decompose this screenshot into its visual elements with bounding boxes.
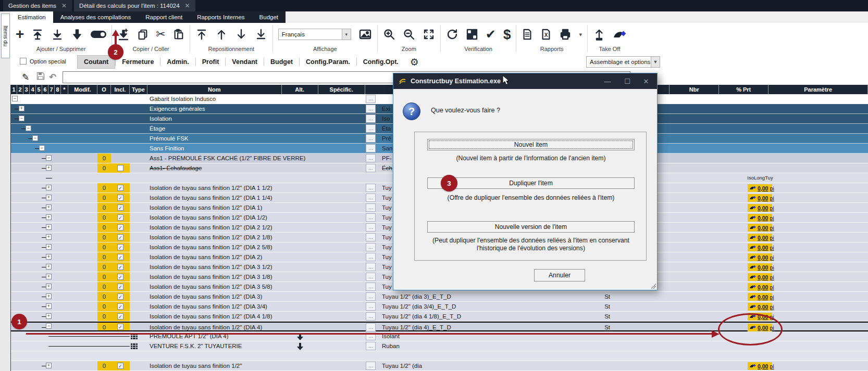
view-chip-config-param-[interactable]: Config.Param.: [300, 56, 356, 68]
specific-value[interactable]: Iso: [382, 114, 390, 123]
o-value-cell[interactable]: 0: [97, 213, 111, 222]
item-name[interactable]: Isolation de tuyau sans finition 1/2" (D…: [150, 272, 272, 282]
o-value-cell[interactable]: 0: [97, 223, 111, 232]
item-name[interactable]: Étage: [150, 124, 165, 133]
o-value-cell[interactable]: 0: [97, 252, 111, 262]
header-parametre[interactable]: Paramètre: [768, 85, 868, 94]
iso-long-tuy-chip[interactable]: 0,00pi: [748, 224, 772, 232]
printer-icon[interactable]: [559, 28, 572, 41]
ellipsis-button[interactable]: ...: [366, 144, 376, 152]
menu-item-budget[interactable]: Budget: [252, 11, 286, 23]
chevron-down-icon[interactable]: ▾: [342, 29, 351, 40]
specific-value[interactable]: San: [382, 144, 392, 153]
view-chip-admin-[interactable]: Admin.: [160, 56, 195, 68]
header-col-7[interactable]: 7: [48, 85, 55, 94]
item-name[interactable]: Sans Finition: [150, 144, 184, 153]
annuler-button[interactable]: Annuler: [534, 269, 585, 282]
iso-long-tuy-chip[interactable]: 0,00pi: [748, 362, 772, 370]
tab-gestion-des-items[interactable]: Gestion des items ✕: [3, 0, 72, 11]
scissors-icon[interactable]: ✂: [156, 29, 165, 40]
item-name[interactable]: Isolation de tuyau sans finition 1/2" (D…: [150, 242, 272, 252]
o-value-cell[interactable]: 0: [97, 262, 111, 272]
param-value[interactable]: 0,00: [758, 264, 768, 271]
header-col-4[interactable]: 4: [30, 85, 36, 94]
plus-icon[interactable]: +: [16, 28, 24, 41]
ellipsis-button[interactable]: ...: [366, 134, 376, 143]
view-chip-vendant[interactable]: Vendant: [226, 56, 264, 68]
header-col-star[interactable]: *: [61, 85, 68, 94]
close-icon[interactable]: ✕: [185, 2, 190, 9]
expand-toggle-icon[interactable]: +: [46, 284, 52, 289]
item-name[interactable]: Ass1 - PRÉMOULÉ FSK CACHÉ (1/2" FIBRE DE…: [150, 153, 305, 163]
header-o[interactable]: O: [97, 85, 111, 94]
expand-toggle-icon[interactable]: +: [46, 264, 52, 270]
o-value-cell[interactable]: 0: [97, 302, 111, 311]
item-name[interactable]: Gabarit Isolation Indusco: [150, 94, 216, 104]
header-modif[interactable]: Modif.: [68, 85, 97, 94]
specific-value[interactable]: PF-: [382, 153, 392, 163]
incl-cell[interactable]: ✓: [111, 302, 130, 311]
save-floppy-icon[interactable]: [36, 72, 45, 83]
item-name[interactable]: Isolation de tuyau sans finition 1/2": [150, 361, 242, 370]
checked-checkbox-icon[interactable]: ✓: [117, 293, 123, 300]
expand-toggle-icon[interactable]: +: [46, 244, 52, 250]
o-value-cell[interactable]: 0: [97, 183, 111, 193]
fit-screen-icon[interactable]: [423, 28, 435, 41]
ellipsis-button[interactable]: ...: [366, 243, 376, 251]
ellipsis-button[interactable]: ...: [366, 213, 376, 222]
specific-value[interactable]: Tuyau 1/2" (dia 4)_E_T_D: [382, 323, 451, 332]
expand-toggle-icon[interactable]: +: [46, 234, 52, 240]
checked-checkbox-icon[interactable]: ✓: [117, 313, 123, 319]
clipboard-icon[interactable]: [173, 29, 184, 40]
header-specific[interactable]: Spécific.: [318, 85, 365, 94]
check-icon[interactable]: ✔: [486, 29, 496, 40]
param-value[interactable]: 0,00: [758, 274, 768, 280]
incl-cell[interactable]: ✓: [111, 223, 130, 232]
incl-cell[interactable]: [111, 163, 130, 173]
checked-checkbox-icon[interactable]: ✓: [117, 195, 123, 201]
item-name[interactable]: Prémoulé FSK: [150, 134, 189, 143]
collapse-toggle-icon[interactable]: −: [46, 155, 52, 161]
header-col-2[interactable]: 2: [17, 85, 23, 94]
ellipsis-button[interactable]: ...: [366, 194, 376, 202]
arrow-bottom-icon[interactable]: [255, 28, 267, 41]
arrow-down-thick-icon[interactable]: [71, 28, 83, 41]
arrow-top-icon[interactable]: [195, 28, 208, 41]
incl-cell[interactable]: ✓: [111, 282, 130, 291]
expand-toggle-icon[interactable]: +: [46, 204, 52, 210]
tab-detail-calculs[interactable]: Détail des calculs pour l'item : 114024 …: [74, 0, 195, 11]
iso-long-tuy-chip[interactable]: 0,00pi: [748, 194, 772, 202]
table-row[interactable]: +0✓Isolation de tuyau sans finition 1/2"…: [11, 361, 868, 371]
close-icon[interactable]: ✕: [637, 73, 655, 89]
item-name[interactable]: Isolation de tuyau sans finition 1/2" (D…: [150, 302, 267, 311]
specific-value[interactable]: Tuy: [382, 282, 392, 291]
incl-cell[interactable]: ✓: [111, 252, 130, 262]
arrow-down-icon[interactable]: [235, 28, 247, 41]
header-col-3[interactable]: 3: [23, 85, 30, 94]
toggle-icon[interactable]: [91, 31, 106, 38]
checked-checkbox-icon[interactable]: ✓: [117, 303, 123, 310]
specific-value[interactable]: Tuyau 1/2" (dia 3/4)_E_T_D: [382, 302, 456, 311]
expand-toggle-icon[interactable]: +: [46, 224, 52, 230]
item-name[interactable]: Exigences générales: [150, 104, 205, 113]
resize-grip[interactable]: [651, 284, 656, 289]
o-value-cell[interactable]: 0: [97, 323, 111, 330]
collapse-toggle-icon[interactable]: −: [32, 135, 38, 141]
item-name[interactable]: Isolation de tuyau sans finition 1/2" (D…: [150, 213, 267, 222]
view-chip-fermeture[interactable]: Fermeture: [116, 56, 160, 68]
view-chip-budget[interactable]: Budget: [264, 56, 299, 68]
excel-icon[interactable]: X: [540, 28, 552, 41]
o-value-cell[interactable]: 0: [97, 361, 111, 370]
incl-cell[interactable]: ✓: [111, 242, 130, 252]
o-value-cell[interactable]: 0: [97, 163, 111, 173]
param-value[interactable]: 0,00: [758, 215, 768, 221]
specific-value[interactable]: Tuy: [382, 262, 392, 272]
specific-value[interactable]: Tuyau 1/2" (dia 4 1/8)_E_T_D: [382, 312, 461, 321]
specific-value[interactable]: Tuy: [382, 272, 392, 282]
expand-toggle-icon[interactable]: +: [46, 214, 52, 220]
item-name[interactable]: Isolation de tuyau sans finition 1/2" (D…: [150, 323, 262, 332]
param-value[interactable]: 0,00: [758, 185, 768, 191]
checked-checkbox-icon[interactable]: ✓: [117, 264, 123, 270]
expand-toggle-icon[interactable]: +: [46, 293, 52, 299]
collapse-toggle-icon[interactable]: −: [26, 125, 31, 131]
